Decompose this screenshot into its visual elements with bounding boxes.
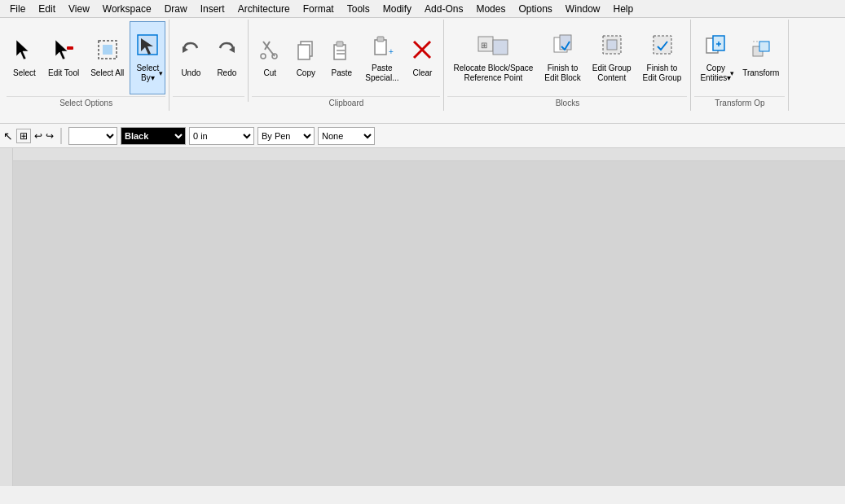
paste-special-icon: + (371, 33, 394, 60)
select-all-button[interactable]: Select All (85, 21, 130, 94)
svg-rect-4 (103, 45, 112, 55)
select-all-label: Select All (90, 68, 124, 78)
select-by-button[interactable]: SelectBy▾ (130, 21, 165, 94)
menu-architecture[interactable]: Architecture (231, 2, 297, 16)
svg-marker-0 (16, 40, 29, 59)
row2-select1[interactable] (68, 127, 117, 145)
menu-workspace[interactable]: Workspace (96, 2, 158, 16)
svg-rect-37 (759, 42, 769, 51)
blocks-label: Blocks (447, 96, 687, 109)
row2-select4[interactable]: By Pen (257, 127, 315, 145)
finish-edit-group-button[interactable]: Finish toEdit Group (637, 21, 688, 94)
edit-tool-label: Edit Tool (48, 68, 79, 78)
finish-edit-block-label: Finish toEdit Block (544, 64, 580, 83)
svg-rect-16 (337, 42, 343, 46)
copy-entities-button[interactable]: CopyEntities▾ (694, 21, 737, 94)
menu-insert[interactable]: Insert (194, 2, 231, 16)
cut-button[interactable]: Cut (252, 21, 288, 94)
svg-rect-30 (607, 40, 617, 50)
svg-rect-19 (375, 40, 386, 55)
svg-marker-1 (55, 40, 68, 59)
edit-group-content-label: Edit GroupContent (592, 64, 632, 83)
toolbar-section-blocks: ⊞ Relocate Block/SpaceReference Point Fi… (444, 20, 691, 111)
toolbar-section-select: Select Edit Tool Select (3, 20, 169, 111)
svg-rect-14 (298, 45, 310, 59)
menu-options[interactable]: Options (512, 2, 558, 16)
transform-label: Transform Op (694, 96, 785, 109)
edit-tool-button[interactable]: Edit Tool (42, 21, 85, 94)
finish-edit-group-icon (651, 33, 674, 60)
svg-rect-25 (493, 40, 508, 55)
svg-rect-20 (377, 37, 384, 42)
relocate-label: Relocate Block/SpaceReference Point (453, 64, 533, 83)
select-button[interactable]: Select (7, 21, 42, 94)
toolbar-section-transform: CopyEntities▾ Transform Transform Op (691, 20, 789, 111)
transform-label: Transform (742, 68, 779, 78)
svg-text:+: + (389, 47, 394, 56)
select-by-label: SelectBy▾ (136, 64, 159, 83)
undo-button[interactable]: Undo (173, 21, 209, 94)
menu-help[interactable]: Help (607, 2, 640, 16)
edit-group-content-button[interactable]: Edit GroupContent (587, 21, 637, 94)
cut-icon (258, 38, 281, 65)
copy-icon (294, 38, 317, 65)
clipboard-label: Clipboard (252, 96, 440, 109)
copy-entities-icon (704, 33, 727, 60)
select-label: Select (13, 68, 36, 78)
menu-modify[interactable]: Modify (376, 2, 418, 16)
clear-button[interactable]: Clear (404, 21, 440, 94)
select-by-icon (136, 33, 159, 60)
finish-edit-block-button[interactable]: Finish toEdit Block (539, 21, 586, 94)
menu-format[interactable]: Format (297, 2, 341, 16)
copy-entities-label: CopyEntities▾ (700, 64, 731, 83)
menu-window[interactable]: Window (559, 2, 607, 16)
paste-label: Paste (332, 68, 353, 78)
relocate-button[interactable]: ⊞ Relocate Block/SpaceReference Point (447, 21, 539, 94)
edit-tool-icon (52, 38, 75, 65)
redo-button[interactable]: Redo (209, 21, 244, 94)
toolbar-section-clipboard: Cut Copy (249, 20, 444, 111)
menu-file[interactable]: File (3, 2, 32, 16)
toolbar-section-undoredo: Undo Redo (169, 20, 249, 102)
row2-icon3: ↩ (34, 130, 42, 142)
svg-rect-17 (337, 50, 345, 51)
svg-rect-18 (337, 53, 345, 55)
transform-button[interactable]: Transform (737, 21, 785, 94)
svg-text:⊞: ⊞ (481, 41, 487, 50)
menu-modes[interactable]: Modes (469, 2, 512, 16)
finish-edit-group-label: Finish toEdit Group (643, 64, 682, 83)
finish-edit-block-icon (552, 33, 574, 60)
edit-group-content-icon (601, 33, 623, 60)
row2-icon4: ↪ (46, 130, 54, 142)
canvas-container: Query... Entity Type... Color Layer... A… (13, 148, 845, 486)
paste-special-label: PasteSpecial... (365, 64, 398, 83)
menu-edit[interactable]: Edit (32, 2, 62, 16)
menu-addons[interactable]: Add-Ons (418, 2, 469, 16)
menu-view[interactable]: View (62, 2, 96, 16)
toolbar-row2: ↖ ⊞ ↩ ↪ Black 0 in By Pen None (0, 124, 845, 148)
menu-tools[interactable]: Tools (341, 2, 376, 16)
menu-draw[interactable]: Draw (158, 2, 194, 16)
undo-label: Undo (181, 68, 200, 78)
svg-rect-31 (654, 36, 671, 54)
svg-rect-15 (334, 45, 345, 59)
select-options-label: Select Options (7, 96, 165, 109)
row2-select3[interactable]: 0 in (189, 127, 254, 145)
svg-point-11 (261, 54, 266, 59)
paste-icon (330, 38, 353, 65)
undo-icon (179, 38, 202, 65)
paste-special-button[interactable]: + PasteSpecial... (359, 21, 404, 94)
clear-label: Clear (413, 68, 433, 78)
row2-icon2: ⊞ (16, 129, 31, 143)
redo-icon (215, 38, 238, 65)
paste-button[interactable]: Paste (323, 21, 359, 94)
row2-color-select[interactable]: Black (121, 127, 186, 145)
menu-bar: File Edit View Workspace Draw Insert Arc… (0, 0, 845, 18)
cut-label: Cut (264, 68, 277, 78)
vertical-ruler (0, 148, 13, 486)
row2-select5[interactable]: None (318, 127, 375, 145)
main-area: Query... Entity Type... Color Layer... A… (0, 148, 845, 486)
copy-button[interactable]: Copy (288, 21, 323, 94)
main-toolbar: Select Edit Tool Select (0, 18, 845, 124)
relocate-icon: ⊞ (477, 33, 509, 60)
